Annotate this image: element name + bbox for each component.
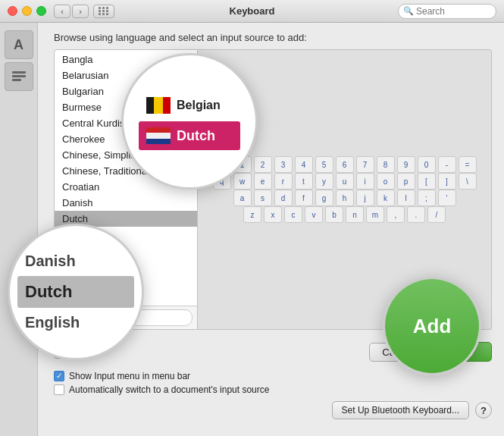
kb-row: qwertyuiop[]\	[204, 173, 485, 190]
svg-rect-4	[154, 97, 163, 114]
bluetooth-button[interactable]: Set Up Bluetooth Keyboard...	[332, 401, 469, 419]
kb-key[interactable]: -	[438, 156, 456, 173]
kb-key[interactable]: 6	[336, 156, 354, 173]
kb-key[interactable]: 4	[295, 156, 313, 173]
help-button[interactable]: ?	[475, 402, 492, 419]
traffic-lights	[8, 6, 46, 16]
kb-key[interactable]: d	[274, 190, 293, 206]
svg-rect-5	[163, 97, 171, 114]
kb-key[interactable]: z	[243, 206, 261, 223]
kb-key[interactable]: ]	[438, 173, 456, 190]
kb-key[interactable]: 3	[274, 156, 293, 173]
kb-row: asdfghjkl;'	[204, 190, 485, 206]
sidebar-item-b[interactable]	[5, 62, 33, 91]
zoom-belgian-item: Belgian	[139, 91, 240, 120]
minimize-button[interactable]	[22, 6, 32, 16]
kb-key[interactable]: 0	[418, 156, 436, 173]
kb-key[interactable]: w	[233, 173, 252, 190]
kb-key[interactable]: k	[377, 190, 395, 206]
zoom-danish-item: Danish	[17, 248, 134, 274]
kb-key[interactable]: l	[397, 190, 415, 206]
zoom-dutch-item: Dutch	[139, 121, 240, 150]
kb-key[interactable]: \	[459, 173, 477, 190]
kb-key[interactable]: t	[295, 173, 313, 190]
window-title: Keyboard	[230, 5, 275, 17]
svg-rect-6	[146, 127, 171, 133]
zoom-add-inner: Add	[385, 279, 479, 373]
keyboard-rows-container: `1234567890-=qwertyuiop[]\asdfghjkl;'zxc…	[204, 156, 485, 223]
kb-key[interactable]: =	[459, 156, 477, 173]
kb-key[interactable]: ;	[418, 190, 436, 206]
kb-key[interactable]: v	[305, 206, 323, 223]
kb-key[interactable]: 5	[315, 156, 333, 173]
window-content: A Browse using language and select an in…	[0, 23, 504, 436]
kb-key[interactable]: j	[356, 190, 374, 206]
kb-key[interactable]: b	[325, 206, 343, 223]
kb-key[interactable]: g	[315, 190, 333, 206]
kb-key[interactable]: e	[254, 173, 272, 190]
checkbox-box[interactable]	[54, 384, 64, 395]
zoom-dutch-b-item: Dutch	[17, 276, 134, 308]
left-sidebar: A	[0, 23, 38, 436]
zoom-button[interactable]	[36, 6, 46, 16]
kb-key[interactable]: n	[346, 206, 364, 223]
svg-rect-1	[12, 75, 26, 77]
grid-view-button[interactable]	[93, 5, 114, 18]
svg-rect-7	[146, 133, 171, 139]
kb-row: zxcvbnm,./	[204, 206, 485, 223]
kb-key[interactable]: f	[295, 190, 313, 206]
kb-key[interactable]: c	[284, 206, 302, 223]
title-search-box[interactable]: 🔍	[398, 4, 496, 19]
kb-key[interactable]: 8	[377, 156, 395, 173]
kb-key[interactable]: s	[254, 190, 272, 206]
kb-key[interactable]: r	[274, 173, 293, 190]
search-input[interactable]	[416, 6, 491, 17]
search-icon: 🔍	[403, 6, 414, 16]
kb-key[interactable]: x	[264, 206, 282, 223]
kb-key[interactable]: [	[418, 173, 436, 190]
svg-rect-8	[146, 139, 171, 144]
kb-key[interactable]: m	[366, 206, 384, 223]
checkbox-box[interactable]: ✓	[54, 371, 64, 381]
kb-key[interactable]: 7	[356, 156, 374, 173]
kb-key[interactable]: .	[407, 206, 425, 223]
kb-key[interactable]: 2	[254, 156, 272, 173]
dutch-label: Dutch	[177, 128, 215, 144]
check-icon: ✓	[56, 372, 62, 380]
kb-key[interactable]: '	[438, 190, 456, 206]
kb-key[interactable]: p	[397, 173, 415, 190]
browse-label: Browse using language and select an inpu…	[54, 32, 492, 43]
checkbox-label: Show Input menu in menu bar	[69, 371, 190, 381]
kb-key[interactable]: i	[356, 173, 374, 190]
zoom-circle-bottom: Danish Dutch English	[8, 224, 144, 360]
kb-key[interactable]: ,	[387, 206, 405, 223]
svg-rect-0	[12, 71, 26, 74]
zoom-circle-top: Belgian Dutch	[121, 53, 258, 190]
kb-key[interactable]: 9	[397, 156, 415, 173]
svg-rect-3	[146, 97, 154, 114]
nav-buttons: ‹ ›	[54, 5, 89, 18]
checkbox-row[interactable]: Automatically switch to a document's inp…	[54, 384, 492, 395]
footer-row: Set Up Bluetooth Keyboard... ?	[54, 395, 492, 422]
zoom-english-item: English	[17, 309, 134, 336]
title-bar: ‹ › Keyboard 🔍	[0, 0, 504, 23]
kb-key[interactable]: a	[233, 190, 252, 206]
close-button[interactable]	[8, 6, 17, 16]
forward-button[interactable]: ›	[72, 5, 89, 18]
back-button[interactable]: ‹	[54, 5, 70, 18]
kb-key[interactable]: h	[336, 190, 354, 206]
kb-key[interactable]: y	[315, 173, 333, 190]
kb-key[interactable]: /	[427, 206, 446, 223]
kb-key[interactable]: u	[336, 173, 354, 190]
kb-key[interactable]: o	[377, 173, 395, 190]
sidebar-item-a[interactable]: A	[5, 30, 33, 59]
zoom-add-label: Add	[413, 315, 452, 338]
lang-item[interactable]: Danish	[55, 195, 197, 211]
svg-rect-2	[12, 79, 21, 81]
checkbox-label: Automatically switch to a document's inp…	[69, 384, 269, 395]
zoom-add-circle: Add	[383, 277, 481, 375]
belgian-label: Belgian	[177, 99, 221, 112]
